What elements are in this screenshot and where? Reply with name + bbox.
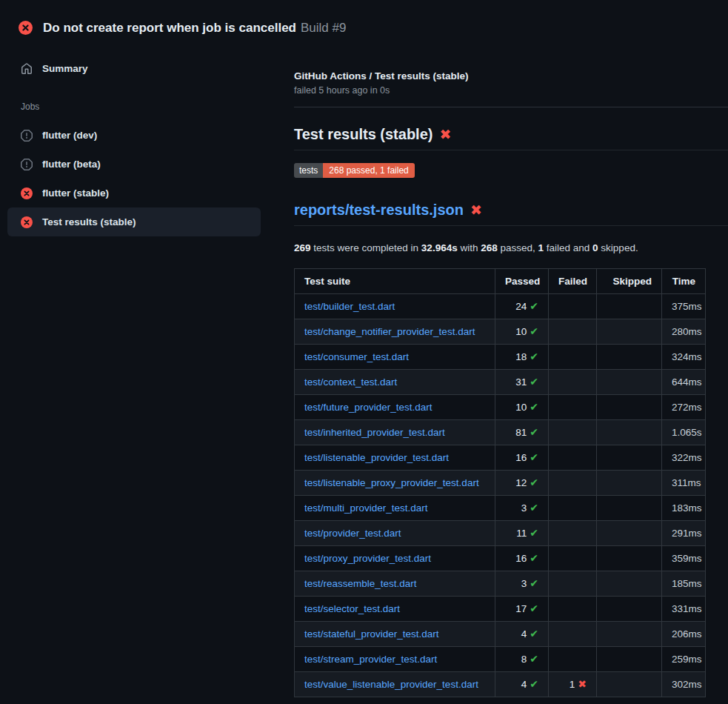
breadcrumb: GitHub Actions / Test results (stable) [294,70,728,82]
table-row: test/inherited_provider_test.dart81✔1.06… [295,420,706,445]
time-cell: 272ms [662,395,706,420]
stop-icon [21,159,33,170]
test-suite-link[interactable]: test/selector_test.dart [304,603,400,614]
passed-cell: 12✔ [495,471,549,496]
check-icon: ✔ [530,325,538,337]
test-suite-link[interactable]: test/context_test.dart [304,376,397,388]
test-suite-link[interactable]: test/stream_provider_test.dart [304,654,437,665]
red-x-icon: ✖ [439,127,451,142]
header-divider [294,107,728,107]
check-icon: ✔ [530,401,538,413]
failed-cell [549,521,597,546]
test-suite-link[interactable]: test/proxy_provider_test.dart [304,553,431,564]
test-suite-link[interactable]: test/reassemble_test.dart [304,578,417,589]
sidebar-item-flutter-beta-[interactable]: flutter (beta) [7,150,261,179]
time-cell: 302ms [662,672,706,697]
table-row: test/value_listenable_provider_test.dart… [295,672,706,697]
test-suite-link[interactable]: test/stateful_provider_test.dart [304,628,439,640]
table-row: test/stateful_provider_test.dart4✔206ms [295,622,706,647]
badge-value: 268 passed, 1 failed [323,163,414,178]
table-header-row: Test suitePassedFailedSkippedTime [295,269,706,294]
table-row: test/context_test.dart31✔644ms [295,370,706,395]
failed-cell [549,496,597,521]
test-suite-link[interactable]: test/builder_test.dart [304,301,395,312]
passed-cell: 24✔ [495,294,549,319]
table-row: test/reassemble_test.dart3✔185ms [295,571,706,597]
failed-cell [549,294,597,319]
failed-cell [549,597,597,622]
column-header-test-suite: Test suite [295,269,495,294]
passed-cell: 3✔ [495,571,549,597]
skipped-cell [597,571,662,597]
passed-cell: 11✔ [495,521,549,546]
time-cell: 644ms [662,370,706,395]
failed-cell [549,395,597,420]
time-cell: 291ms [662,521,706,546]
test-suite-link[interactable]: test/future_provider_test.dart [304,402,433,413]
test-suite-link[interactable]: test/inherited_provider_test.dart [304,427,445,438]
sidebar-item-test-results-stable-[interactable]: Test results (stable) [7,207,261,236]
time-cell: 183ms [662,496,706,521]
test-suite-link[interactable]: test/change_notifier_provider_test.dart [304,326,475,337]
page-title: Do not create report when job is cancell… [43,21,296,35]
report-file-title: reports/test-results.json ✖ [294,202,728,226]
passed-cell: 18✔ [495,345,549,370]
time-cell: 185ms [662,571,706,597]
passed-cell: 16✔ [495,546,549,571]
sidebar: Summary Jobs flutter (dev) flutter (beta… [0,41,281,236]
run-status-line: failed 5 hours ago in 0s [294,85,728,96]
check-icon: ✔ [530,628,538,640]
check-icon: ✔ [530,351,538,362]
skipped-cell [597,471,662,496]
failed-cell [549,345,597,370]
skipped-cell [597,597,662,622]
time-cell: 375ms [662,294,706,319]
jobs-list: flutter (dev) flutter (beta) flutter (st… [0,121,281,236]
tests-badge: tests 268 passed, 1 failed [294,163,415,178]
stop-icon [21,130,33,142]
test-suite-link[interactable]: test/provider_test.dart [304,528,401,539]
table-row: test/multi_provider_test.dart3✔183ms [295,496,706,521]
skipped-cell [597,672,662,697]
check-icon: ✔ [530,653,538,665]
table-row: test/listenable_proxy_provider_test.dart… [295,471,706,496]
sidebar-summary-label: Summary [42,63,88,74]
passed-cell: 10✔ [495,395,549,420]
check-icon: ✔ [530,476,538,488]
test-suite-link[interactable]: test/listenable_proxy_provider_test.dart [304,477,479,488]
failed-cell [549,420,597,445]
test-suite-link[interactable]: test/listenable_provider_test.dart [304,452,449,463]
table-row: test/consumer_test.dart18✔324ms [295,345,706,370]
table-row: test/listenable_provider_test.dart16✔322… [295,445,706,471]
passed-cell: 81✔ [495,420,549,445]
skipped-cell [597,395,662,420]
check-icon: ✔ [530,678,538,690]
table-row: test/stream_provider_test.dart8✔259ms [295,647,706,672]
test-suite-link[interactable]: test/consumer_test.dart [304,351,409,362]
time-cell: 322ms [662,445,706,471]
passed-cell: 4✔ [495,622,549,647]
test-suite-link[interactable]: test/value_listenable_provider_test.dart [304,679,478,690]
failed-cell [549,647,597,672]
failed-cell [549,370,597,395]
sidebar-item-flutter-stable-[interactable]: flutter (stable) [7,179,261,207]
sidebar-item-flutter-dev-[interactable]: flutter (dev) [7,121,261,150]
time-cell: 324ms [662,345,706,370]
test-suite-link[interactable]: test/multi_provider_test.dart [304,502,428,514]
time-cell: 311ms [662,471,706,496]
check-icon: ✔ [530,602,538,614]
table-row: test/change_notifier_provider_test.dart1… [295,319,706,345]
skipped-cell [597,294,662,319]
table-row: test/builder_test.dart24✔375ms [295,294,706,319]
time-cell: 331ms [662,597,706,622]
failed-cell [549,622,597,647]
check-icon: ✔ [530,376,538,388]
passed-cell: 3✔ [495,496,549,521]
sidebar-item-summary[interactable]: Summary [7,54,261,83]
column-header-failed: Failed [549,269,597,294]
column-header-time: Time [662,269,706,294]
check-icon: ✔ [530,451,538,463]
check-icon: ✔ [530,577,538,589]
passed-cell: 16✔ [495,445,549,471]
cross-icon: ✖ [578,678,587,690]
